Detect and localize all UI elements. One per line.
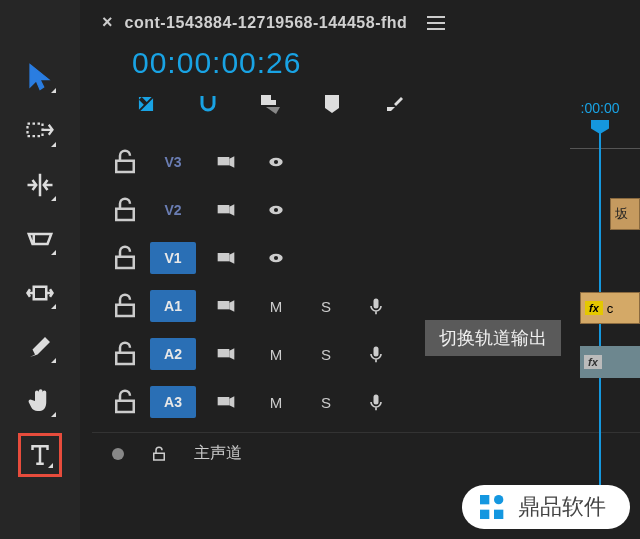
svg-rect-15 [218, 301, 230, 309]
pen-tool[interactable] [18, 325, 62, 369]
svg-rect-6 [116, 209, 134, 220]
track-output-toggle[interactable] [256, 248, 296, 268]
svg-rect-17 [116, 353, 134, 364]
clip-a1[interactable]: fx [580, 346, 640, 378]
tooltip: 切换轨道输出 [425, 320, 561, 356]
lock-toggle[interactable] [110, 147, 140, 177]
panel-menu-icon[interactable] [427, 16, 445, 30]
sequence-header: × cont-1543884-12719568-144458-fhd [92, 0, 640, 41]
timeline-panel: × cont-1543884-12719568-144458-fhd 00:00… [80, 0, 640, 539]
type-tool[interactable] [18, 433, 62, 477]
lock-toggle[interactable] [110, 339, 140, 369]
svg-rect-2 [116, 161, 134, 172]
voice-record-icon[interactable] [356, 296, 396, 316]
svg-point-9 [274, 208, 278, 212]
slip-tool[interactable] [18, 271, 62, 315]
track-a3: A3 M S [92, 378, 640, 426]
svg-rect-7 [218, 205, 230, 213]
clip-v1[interactable]: fxc [580, 292, 640, 324]
watermark-text: 鼎品软件 [518, 492, 606, 522]
marker-icon[interactable] [320, 92, 344, 120]
watermark: 鼎品软件 [462, 485, 630, 529]
playhead-time-label: :00:00 [560, 100, 640, 116]
track-label-v2[interactable]: V2 [150, 194, 196, 226]
timecode-display[interactable]: 00:00:00:26 [92, 41, 321, 90]
sync-lock-icon[interactable] [206, 392, 246, 412]
lock-toggle[interactable] [144, 445, 174, 463]
solo-toggle[interactable]: S [306, 346, 346, 363]
snap-icon[interactable] [196, 92, 220, 120]
svg-rect-22 [374, 395, 379, 405]
lock-toggle[interactable] [110, 387, 140, 417]
svg-rect-18 [218, 349, 230, 357]
svg-rect-23 [154, 453, 165, 460]
track-label-v1[interactable]: V1 [150, 242, 196, 274]
mute-toggle[interactable]: M [256, 394, 296, 411]
mute-toggle[interactable]: M [256, 346, 296, 363]
track-output-toggle[interactable] [256, 152, 296, 172]
lock-toggle[interactable] [110, 291, 140, 321]
mute-toggle[interactable]: M [256, 298, 296, 315]
fx-badge: fx [585, 301, 603, 315]
svg-rect-19 [374, 347, 379, 357]
linked-selection-icon[interactable] [258, 92, 282, 120]
scroll-handle[interactable] [112, 448, 124, 460]
sync-lock-icon[interactable] [206, 200, 246, 220]
close-sequence-icon[interactable]: × [102, 12, 113, 33]
toolbox [0, 0, 80, 539]
sequence-title: cont-1543884-12719568-144458-fhd [125, 14, 408, 32]
svg-rect-27 [494, 510, 503, 519]
clip-v3[interactable]: 坂 [610, 198, 640, 230]
svg-rect-20 [116, 401, 134, 412]
track-v2: V2 [92, 186, 640, 234]
sync-lock-icon[interactable] [206, 296, 246, 316]
sync-lock-icon[interactable] [206, 344, 246, 364]
track-select-tool[interactable] [18, 109, 62, 153]
timeline-options [92, 90, 640, 138]
svg-rect-10 [116, 257, 134, 268]
svg-rect-14 [116, 305, 134, 316]
track-label-a3[interactable]: A3 [150, 386, 196, 418]
track-label-v3[interactable]: V3 [150, 146, 196, 178]
svg-point-13 [274, 256, 278, 260]
svg-point-25 [494, 495, 503, 504]
lock-toggle[interactable] [110, 243, 140, 273]
svg-rect-0 [28, 124, 43, 137]
settings-icon[interactable] [382, 92, 406, 120]
svg-rect-3 [218, 157, 230, 165]
fx-badge: fx [584, 355, 602, 369]
master-track-label: 主声道 [194, 443, 242, 464]
insert-mode-icon[interactable] [134, 92, 158, 120]
track-headers: V3 V2 V1 A1 M S [92, 138, 640, 426]
watermark-logo-icon [476, 491, 508, 523]
hand-tool[interactable] [18, 379, 62, 423]
svg-rect-11 [218, 253, 230, 261]
sync-lock-icon[interactable] [206, 248, 246, 268]
voice-record-icon[interactable] [356, 392, 396, 412]
sync-lock-icon[interactable] [206, 152, 246, 172]
master-track-row: 主声道 [92, 432, 640, 474]
svg-rect-26 [480, 510, 489, 519]
voice-record-icon[interactable] [356, 344, 396, 364]
track-output-toggle[interactable] [256, 200, 296, 220]
track-v3: V3 [92, 138, 640, 186]
lock-toggle[interactable] [110, 195, 140, 225]
track-v1: V1 [92, 234, 640, 282]
svg-point-5 [274, 160, 278, 164]
razor-tool[interactable] [18, 217, 62, 261]
selection-tool[interactable] [18, 55, 62, 99]
svg-rect-21 [218, 397, 230, 405]
solo-toggle[interactable]: S [306, 394, 346, 411]
solo-toggle[interactable]: S [306, 298, 346, 315]
ripple-edit-tool[interactable] [18, 163, 62, 207]
svg-rect-24 [480, 495, 489, 504]
svg-rect-16 [374, 299, 379, 309]
track-label-a2[interactable]: A2 [150, 338, 196, 370]
svg-rect-1 [34, 287, 47, 300]
track-label-a1[interactable]: A1 [150, 290, 196, 322]
